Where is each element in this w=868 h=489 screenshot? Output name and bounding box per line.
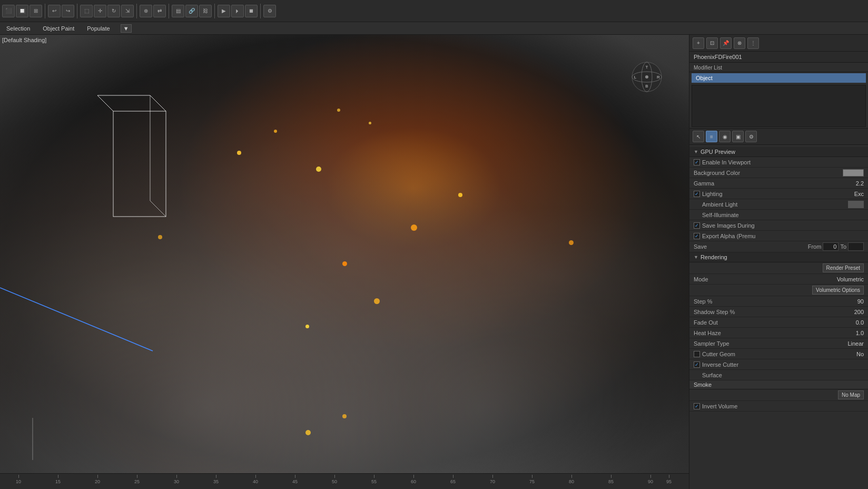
- toolbar-icon-1[interactable]: ⬛: [2, 5, 15, 17]
- volumetric-options-button[interactable]: Volumetric Options: [812, 286, 864, 295]
- label-invert-volume: Invert Volume: [702, 403, 864, 409]
- prop-shadow-step-percent[interactable]: Shadow Step % 200: [689, 307, 868, 317]
- value-step-percent: 90: [837, 298, 864, 305]
- label-sampler-type: Sampler Type: [694, 340, 837, 347]
- ruler-mark-55: 55: [371, 475, 377, 484]
- rp-tab-pointer[interactable]: ↖: [693, 131, 704, 142]
- swatch-background-color[interactable]: [843, 169, 864, 177]
- viewport-gizmo[interactable]: T B L R: [631, 61, 663, 93]
- prop-lighting[interactable]: ✓ Lighting Exc: [689, 189, 868, 199]
- prop-self-illuminate[interactable]: Self-Illuminate: [689, 210, 868, 220]
- toolbar-icon-layer[interactable]: ▤: [172, 5, 184, 17]
- input-to-value[interactable]: [848, 242, 864, 251]
- prop-save-images-during[interactable]: ✓ Save Images During: [689, 220, 868, 231]
- rp-view-button[interactable]: ⊡: [706, 37, 718, 49]
- input-from-value[interactable]: [823, 242, 839, 251]
- rp-pin-button[interactable]: 📌: [720, 37, 732, 49]
- ruler-mark-75: 75: [529, 475, 535, 484]
- prop-invert-volume[interactable]: ✓ Invert Volume: [689, 401, 868, 412]
- checkbox-invert-volume[interactable]: ✓: [694, 403, 700, 409]
- toolbar-icon-4[interactable]: ↩: [48, 5, 61, 17]
- rp-add-button[interactable]: +: [693, 37, 704, 49]
- prop-gamma[interactable]: Gamma 2.2: [689, 178, 868, 189]
- rp-dots-button[interactable]: ⋮: [747, 37, 759, 49]
- fire-particle: [305, 325, 309, 328]
- toolbar-icon-mirror[interactable]: ⇄: [153, 5, 166, 17]
- prop-cutter-geom[interactable]: Cutter Geom No: [689, 349, 868, 359]
- checkbox-lighting[interactable]: ✓: [694, 191, 700, 197]
- toolbar-icon-5[interactable]: ↪: [62, 5, 74, 17]
- toolbar-icon-3[interactable]: ⊞: [29, 5, 42, 17]
- toolbar-icon-render[interactable]: ▶: [218, 5, 230, 17]
- toolbar-icon-unlink[interactable]: ⛓: [199, 5, 212, 17]
- checkbox-save-images[interactable]: ✓: [694, 222, 700, 229]
- label-background-color: Background Color: [694, 170, 843, 176]
- fire-particle: [316, 167, 321, 172]
- rp-modifier-selected[interactable]: Object: [692, 73, 866, 83]
- checkbox-inverse-cutter[interactable]: ✓: [694, 361, 700, 368]
- prop-ambient-light[interactable]: Ambient Light: [689, 199, 868, 210]
- toolbar-icon-link[interactable]: 🔗: [185, 5, 198, 17]
- label-save: Save: [694, 243, 806, 250]
- value-shadow-step-percent: 200: [837, 309, 864, 315]
- rp-tab-utilities[interactable]: ⚙: [745, 131, 757, 142]
- toolbar-icon-play[interactable]: ⏵: [231, 5, 244, 17]
- toolbar-sep-1: [45, 4, 45, 18]
- prop-enable-viewport[interactable]: ✓ Enable In Viewport: [689, 157, 868, 168]
- fire-particle: [369, 122, 371, 124]
- prop-volumetric-options[interactable]: Volumetric Options: [689, 285, 868, 296]
- checkbox-enable-viewport[interactable]: ✓: [694, 159, 700, 165]
- ruler-mark-20: 20: [95, 475, 100, 484]
- viewport[interactable]: [Default Shading]: [0, 35, 689, 489]
- value-lighting-extra: Exc: [837, 191, 864, 197]
- prop-export-alpha[interactable]: ✓ Export Alpha (Premu: [689, 231, 868, 241]
- rp-tab-display[interactable]: ▣: [732, 131, 744, 142]
- prop-fade-out[interactable]: Fade Out 0.0: [689, 317, 868, 328]
- swatch-ambient-light[interactable]: [848, 201, 864, 208]
- toolbar-icon-move[interactable]: ✛: [94, 5, 106, 17]
- toolbar-icon-snap[interactable]: ⊕: [140, 5, 152, 17]
- prop-mode[interactable]: Mode Volumetric: [689, 274, 868, 285]
- menu-item-populate[interactable]: Populate: [85, 24, 112, 33]
- prop-inverse-cutter[interactable]: ✓ Inverse Cutter: [689, 359, 868, 370]
- prop-heat-haze[interactable]: Heat Haze 1.0: [689, 328, 868, 338]
- right-panel: + ⊡ 📌 ⊗ ⋮ PhoenixFDFire001 Modifier List…: [689, 35, 868, 489]
- prop-smoke-map[interactable]: No Map: [689, 389, 868, 401]
- rp-orbit-button[interactable]: ⊗: [734, 37, 745, 49]
- prop-save-from-to[interactable]: Save From To: [689, 241, 868, 252]
- gpu-preview-header[interactable]: ▼ GPU Preview: [689, 147, 868, 157]
- no-map-button[interactable]: No Map: [838, 390, 864, 399]
- menu-item-object-paint[interactable]: Object Paint: [41, 24, 76, 33]
- gpu-preview-label: GPU Preview: [701, 149, 735, 155]
- label-enable-viewport: Enable In Viewport: [702, 159, 864, 165]
- fire-particle: [305, 430, 311, 435]
- wireframe-box: [97, 85, 176, 232]
- toolbar-icon-rotate[interactable]: ↻: [107, 5, 120, 17]
- prop-render-preset[interactable]: Render Preset: [689, 262, 868, 274]
- prop-sampler-type[interactable]: Sampler Type Linear: [689, 338, 868, 349]
- toolbar-icon-scale[interactable]: ⇲: [121, 5, 134, 17]
- prop-step-percent[interactable]: Step % 90: [689, 296, 868, 307]
- toolbar-icon-settings[interactable]: ⚙: [263, 5, 276, 17]
- label-self-illuminate: Self-Illuminate: [694, 212, 864, 218]
- toolbar-icon-select[interactable]: ⬚: [80, 5, 93, 17]
- label-gamma: Gamma: [694, 180, 837, 187]
- toolbar-icon-stop[interactable]: ⏹: [245, 5, 258, 17]
- ruler-mark-50: 50: [332, 475, 337, 484]
- prop-background-color[interactable]: Background Color: [689, 168, 868, 178]
- checkbox-export-alpha[interactable]: ✓: [694, 233, 700, 239]
- fire-particle: [342, 261, 347, 266]
- checkbox-cutter-geom[interactable]: [694, 351, 700, 357]
- rp-tab-list[interactable]: ≡: [706, 131, 717, 142]
- toolbar-icon-2[interactable]: 🔲: [16, 5, 28, 17]
- menu-dropdown[interactable]: ▼: [121, 24, 132, 33]
- label-export-alpha: Export Alpha (Premu: [702, 233, 864, 239]
- rp-tab-motion[interactable]: ◉: [719, 131, 731, 142]
- ruler-mark-40: 40: [253, 475, 258, 484]
- label-shadow-step-percent: Shadow Step %: [694, 309, 837, 315]
- ruler-mark-25: 25: [134, 475, 140, 484]
- rendering-header[interactable]: ▼ Rendering: [689, 252, 868, 262]
- render-preset-button[interactable]: Render Preset: [823, 263, 864, 272]
- rp-properties-panel: ▼ GPU Preview ✓ Enable In Viewport Backg…: [689, 145, 868, 489]
- menu-item-selection[interactable]: Selection: [4, 24, 32, 33]
